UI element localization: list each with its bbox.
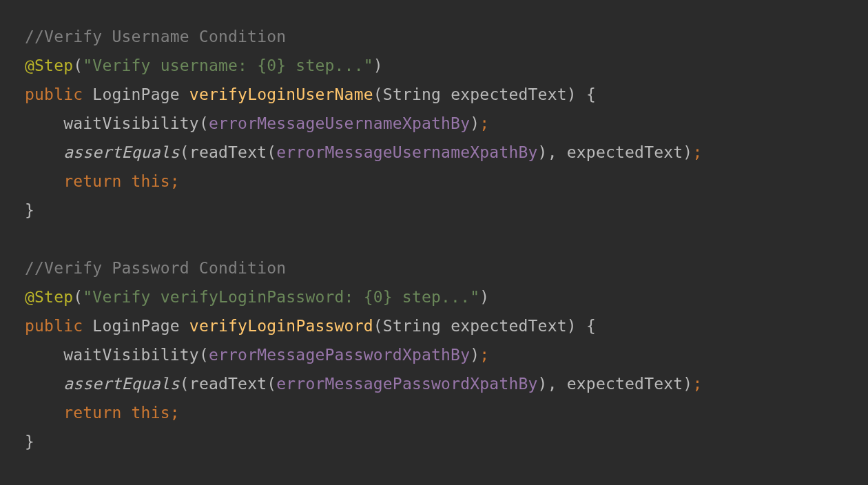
annotation: @Step xyxy=(25,288,73,306)
semicolon: ; xyxy=(170,172,180,190)
paren: ( xyxy=(373,317,383,335)
string-literal: "Verify verifyLoginPassword: {0} step...… xyxy=(83,288,479,306)
keyword-return: return xyxy=(63,404,121,422)
paren: ) xyxy=(470,114,479,132)
method-call: assertEquals xyxy=(63,375,180,393)
paren: ) xyxy=(479,288,489,306)
param-name: expectedText xyxy=(451,85,567,103)
brace: { xyxy=(586,85,596,103)
semicolon: ; xyxy=(479,346,489,364)
paren: ( xyxy=(199,346,209,364)
method-name: verifyLoginPassword xyxy=(189,317,373,335)
paren: ) xyxy=(538,143,548,161)
semicolon: ; xyxy=(170,404,180,422)
method-name: verifyLoginUserName xyxy=(189,85,373,103)
param-type: String xyxy=(383,317,441,335)
semicolon: ; xyxy=(692,143,702,161)
field-ref: errorMessagePasswordXpathBy xyxy=(276,375,537,393)
field-ref: errorMessageUsernameXpathBy xyxy=(276,143,537,161)
brace: { xyxy=(586,317,596,335)
string-literal: "Verify username: {0} step..." xyxy=(83,56,373,74)
keyword-this: this xyxy=(132,172,170,190)
arg: expectedText xyxy=(567,143,683,161)
paren: ( xyxy=(73,56,83,74)
paren: ( xyxy=(267,375,276,393)
paren: ( xyxy=(267,143,276,161)
comment-line: //Verify Username Condition xyxy=(25,28,286,45)
paren: ) xyxy=(567,317,577,335)
paren: ( xyxy=(373,85,383,103)
method-call: readText xyxy=(189,375,267,393)
semicolon: ; xyxy=(692,375,702,393)
semicolon: ; xyxy=(479,114,489,132)
paren: ( xyxy=(180,143,189,161)
paren: ) xyxy=(683,375,692,393)
paren: ) xyxy=(470,346,479,364)
field-ref: errorMessageUsernameXpathBy xyxy=(209,114,470,132)
paren: ( xyxy=(73,288,83,306)
keyword-public: public xyxy=(25,85,83,103)
paren: ( xyxy=(199,114,209,132)
paren: ) xyxy=(373,56,383,74)
comment-line: //Verify Password Condition xyxy=(25,259,286,277)
paren: ( xyxy=(180,375,189,393)
paren: ) xyxy=(567,85,577,103)
keyword-this: this xyxy=(132,404,170,422)
type-name: LoginPage xyxy=(92,317,179,335)
method-call: waitVisibility xyxy=(63,346,199,364)
paren: ) xyxy=(683,143,692,161)
comma: , xyxy=(548,143,567,161)
method-call: readText xyxy=(189,143,267,161)
field-ref: errorMessagePasswordXpathBy xyxy=(209,346,470,364)
param-name: expectedText xyxy=(451,317,567,335)
arg: expectedText xyxy=(567,375,683,393)
brace: } xyxy=(25,201,34,219)
keyword-return: return xyxy=(63,172,121,190)
method-call: assertEquals xyxy=(63,143,180,161)
code-editor[interactable]: //Verify Username Condition @Step("Verif… xyxy=(0,0,868,456)
annotation: @Step xyxy=(25,56,73,74)
type-name: LoginPage xyxy=(92,85,179,103)
keyword-public: public xyxy=(25,317,83,335)
brace: } xyxy=(25,433,34,451)
method-call: waitVisibility xyxy=(63,114,199,132)
comma: , xyxy=(548,375,567,393)
paren: ) xyxy=(538,375,548,393)
param-type: String xyxy=(383,85,441,103)
